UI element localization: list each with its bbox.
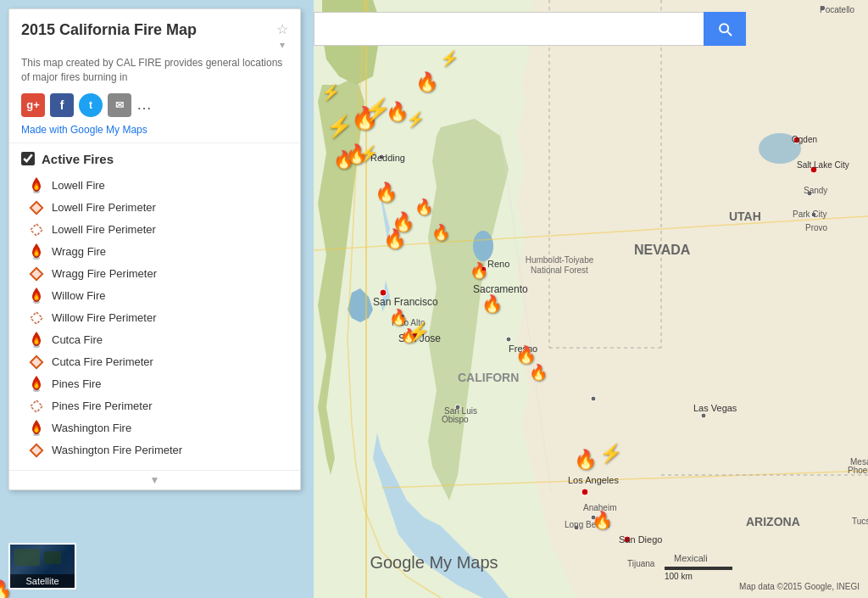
fire-list-item[interactable]: Cutca Fire Perimeter	[21, 351, 288, 373]
sidebar-header: 2015 California Fire Map ☆ ▾ This map cr…	[9, 9, 300, 143]
fire-item-name: Pines Fire	[52, 377, 102, 390]
fire-item-name: Lowell Fire	[52, 179, 105, 192]
share-button[interactable]: …	[136, 96, 152, 114]
scale-line	[665, 567, 732, 570]
active-fires-header: Active Fires	[21, 152, 288, 166]
fire-list-item[interactable]: Cutca Fire	[21, 329, 288, 351]
fire-item-name: Wragg Fire	[52, 245, 106, 258]
map-marker-la1[interactable]: 🔥	[574, 449, 597, 471]
svg-text:Provo: Provo	[805, 223, 828, 232]
social-icons: g+ f t ✉ …	[21, 93, 288, 117]
map-marker-la2[interactable]: ⚡	[599, 443, 622, 465]
map-marker-sac2[interactable]: 🔥	[470, 261, 488, 280]
map-marker-mid4[interactable]: 🔥	[431, 223, 450, 242]
map-marker-mid1[interactable]: 🔥	[375, 182, 398, 204]
sidebar: 2015 California Fire Map ☆ ▾ This map cr…	[8, 8, 301, 490]
fire-item-icon	[28, 221, 45, 238]
svg-text:Mesa: Mesa	[850, 457, 868, 467]
map-marker-south2[interactable]: 🔥	[529, 363, 548, 382]
fire-list-item[interactable]: Wragg Fire	[21, 241, 288, 263]
email-button[interactable]: ✉	[108, 93, 131, 117]
fire-item-name: Willow Fire	[52, 289, 106, 302]
google-maps-link[interactable]: Made with Google My Maps	[21, 124, 288, 136]
map-marker-north1[interactable]: ⚡	[326, 114, 353, 140]
map-marker-south1[interactable]: 🔥	[515, 344, 537, 365]
star-icon[interactable]: ☆	[276, 21, 288, 37]
active-fires-checkbox[interactable]	[21, 152, 35, 165]
svg-text:Sandy: Sandy	[804, 186, 827, 195]
fire-item-icon	[28, 420, 45, 437]
fire-list-item[interactable]: Wragg Fire Perimeter	[21, 263, 288, 285]
fire-list-item[interactable]: Pines Fire	[21, 373, 288, 395]
fire-list-item[interactable]: Lowell Fire	[21, 175, 288, 197]
search-input[interactable]	[314, 12, 704, 46]
fire-item-name: Lowell Fire Perimeter	[52, 223, 156, 236]
map-marker-north4[interactable]: 🔥	[386, 101, 409, 123]
svg-point-7	[473, 231, 493, 261]
svg-text:Tijuana: Tijuana	[627, 559, 655, 568]
svg-text:Pocatello: Pocatello	[820, 5, 855, 14]
map-marker-sj1[interactable]: ⚡	[407, 321, 430, 344]
map-marker-top2[interactable]: 🔥	[415, 71, 438, 93]
map-marker-north5[interactable]: ⚡	[406, 110, 425, 129]
facebook-button[interactable]: f	[50, 93, 74, 117]
active-fires-label: Active Fires	[42, 152, 114, 166]
svg-point-67	[33, 190, 40, 193]
fire-list-item[interactable]: Lowell Fire Perimeter	[21, 219, 288, 241]
fire-list-item[interactable]: Willow Fire	[21, 285, 288, 307]
map-title: 2015 California Fire Map	[21, 21, 270, 39]
svg-point-23	[591, 396, 596, 401]
map-marker-top-coast[interactable]: ⚡	[321, 83, 340, 102]
fire-item-icon	[28, 354, 45, 371]
svg-text:Las Vegas: Las Vegas	[693, 403, 737, 413]
svg-marker-69	[31, 202, 42, 214]
svg-marker-3	[517, 0, 868, 598]
svg-text:San Diego: San Diego	[619, 534, 662, 545]
title-row: 2015 California Fire Map ☆ ▾	[21, 21, 288, 51]
fire-item-name: Cutca Fire	[52, 333, 103, 346]
fire-item-icon	[28, 310, 45, 327]
fire-item-icon	[28, 332, 45, 349]
map-description: This map created by CAL FIRE provides ge…	[21, 56, 288, 85]
svg-marker-78	[31, 356, 42, 368]
header-icons: ☆ ▾	[276, 21, 288, 51]
fire-item-icon	[28, 376, 45, 393]
svg-text:Mexicali: Mexicali	[674, 553, 708, 563]
svg-text:Los Angeles: Los Angeles	[568, 475, 619, 485]
svg-point-74	[33, 300, 40, 304]
map-marker-top3[interactable]: ⚡	[440, 49, 459, 68]
svg-text:Ogden: Ogden	[792, 135, 817, 144]
sidebar-content[interactable]: Active Fires Lowell Fire Lowell Fire Per…	[9, 143, 300, 470]
fire-item-icon	[28, 265, 45, 282]
fire-list-item[interactable]: Pines Fire Perimeter	[21, 395, 288, 417]
satellite-toggle[interactable]: Satellite	[8, 543, 76, 590]
fire-list-item[interactable]: Lowell Fire Perimeter	[21, 197, 288, 219]
map-marker-sac1[interactable]: 🔥	[383, 228, 406, 250]
twitter-button[interactable]: t	[79, 93, 103, 117]
map-marker-central2[interactable]: 🔥	[389, 308, 408, 327]
search-button[interactable]	[704, 12, 746, 46]
map-marker-redding3[interactable]: ⚡	[359, 144, 378, 163]
fire-item-icon	[28, 177, 45, 194]
fire-item-icon	[28, 288, 45, 305]
svg-text:Reno: Reno	[487, 259, 509, 269]
fire-list-item[interactable]: Washington Fire Perimeter	[21, 439, 288, 461]
map-marker-mid3[interactable]: 🔥	[415, 198, 433, 216]
satellite-label: Satellite	[10, 574, 75, 588]
fire-list-item[interactable]: Willow Fire Perimeter	[21, 307, 288, 329]
fire-list-item[interactable]: Washington Fire	[21, 417, 288, 439]
map-marker-central1[interactable]: 🔥	[481, 293, 503, 314]
svg-point-76	[33, 344, 40, 348]
google-plus-button[interactable]: g+	[21, 93, 45, 117]
dropdown-icon[interactable]: ▾	[280, 39, 285, 51]
svg-point-24	[581, 489, 588, 495]
map-marker-sd1[interactable]: 🔥	[592, 510, 613, 530]
svg-text:Salt Lake City: Salt Lake City	[797, 160, 849, 170]
scale-label: 100 km	[665, 572, 693, 581]
search-bar	[314, 12, 746, 46]
map-attribution: Map data ©2015 Google, INEGI	[739, 582, 860, 591]
svg-point-28	[701, 413, 706, 418]
fire-item-name: Washington Fire	[52, 422, 131, 434]
fire-item-name: Wragg Fire Perimeter	[52, 267, 157, 280]
svg-point-19	[380, 289, 387, 296]
